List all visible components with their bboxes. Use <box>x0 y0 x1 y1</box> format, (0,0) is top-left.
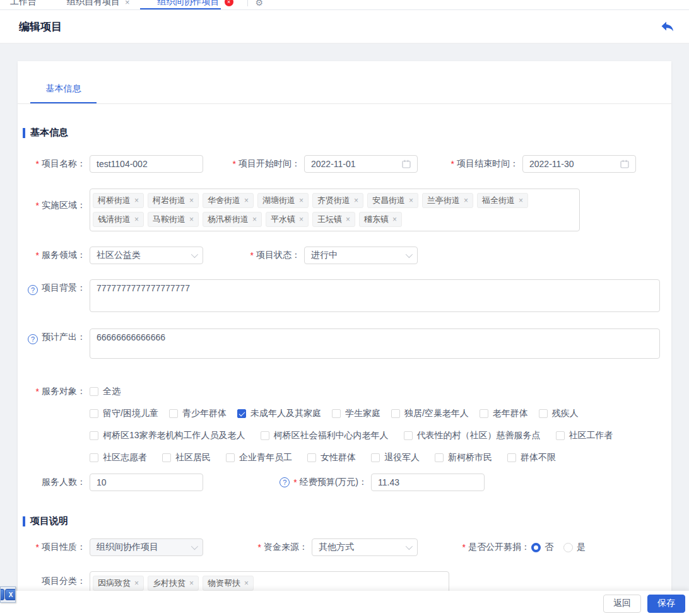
tab-label: 工作台 <box>10 0 37 8</box>
help-icon[interactable]: ? <box>28 334 38 344</box>
checkbox-item[interactable]: 老年群体 <box>480 408 528 419</box>
checkbox-icon[interactable] <box>307 453 316 462</box>
tag-close-icon[interactable]: × <box>189 196 194 205</box>
checkbox-item[interactable]: 群体不限 <box>507 452 556 463</box>
tag-close-icon[interactable]: × <box>346 215 350 224</box>
tag-close-icon[interactable]: × <box>409 196 413 205</box>
tag-close-icon[interactable]: × <box>134 196 139 205</box>
budget-input[interactable] <box>371 474 485 491</box>
required-mark: * <box>462 542 466 552</box>
service-field-select[interactable]: 社区公益类 <box>90 247 203 264</box>
checkbox-icon[interactable] <box>332 409 341 418</box>
save-button[interactable]: 保存 <box>647 595 685 613</box>
required-mark: * <box>36 200 39 211</box>
region-tag: 柯桥街道× <box>93 193 144 208</box>
tag-close-icon[interactable]: × <box>189 215 194 224</box>
checkbox-icon[interactable] <box>90 387 98 396</box>
checkbox-item[interactable]: 独居/空巢老年人 <box>391 408 469 419</box>
radio-option[interactable]: 否 <box>531 542 553 553</box>
tab-own-projects[interactable]: 组织自有项目 × <box>67 0 130 8</box>
radio-icon[interactable] <box>563 543 573 552</box>
tag-close-icon[interactable]: × <box>464 196 468 205</box>
checkbox-icon[interactable] <box>480 409 488 418</box>
checkbox-item[interactable]: 未成年人及其家庭 <box>237 408 321 419</box>
checkbox-icon[interactable] <box>261 431 269 440</box>
project-status-select[interactable]: 进行中 <box>304 247 418 264</box>
funding-source-select[interactable]: 其他方式 <box>312 538 418 556</box>
checkbox-item[interactable]: 退役军人 <box>371 452 420 463</box>
checkbox-item[interactable]: 代表性的村（社区）慈善服务点 <box>404 430 541 441</box>
tag-close-icon[interactable]: × <box>134 215 139 224</box>
checkbox-item[interactable]: 留守/困境儿童 <box>90 408 158 419</box>
radio-option[interactable]: 是 <box>563 542 586 553</box>
checkbox-icon[interactable] <box>556 431 565 440</box>
background-label: ?项目背景： <box>23 279 86 297</box>
category-tag: 因病致贫× <box>93 576 144 591</box>
close-badge-icon[interactable]: × <box>225 0 233 6</box>
back-arrow-icon[interactable] <box>660 20 675 33</box>
checkbox-icon[interactable] <box>90 409 98 418</box>
tag-close-icon[interactable]: × <box>252 215 257 224</box>
checkbox-item[interactable]: 学生家庭 <box>332 408 380 419</box>
checkbox-icon[interactable] <box>507 453 516 462</box>
return-button[interactable]: 返回 <box>603 595 641 613</box>
gear-icon[interactable]: ⚙ <box>256 0 264 8</box>
os-close-button-icon[interactable]: X <box>5 589 16 600</box>
checkbox-icon[interactable] <box>226 453 235 462</box>
required-mark: * <box>293 477 297 487</box>
project-name-input[interactable] <box>90 155 203 173</box>
tag-close-icon[interactable]: × <box>299 215 303 224</box>
checkbox-icon[interactable] <box>435 453 444 462</box>
region-tag: 齐贤街道× <box>312 193 363 208</box>
close-icon[interactable]: × <box>125 0 130 7</box>
checkbox-item[interactable]: 新柯桥市民 <box>435 452 492 463</box>
checkbox-item[interactable]: 残疾人 <box>539 408 579 419</box>
checkbox-item[interactable]: 社区志愿者 <box>90 452 147 463</box>
checkbox-item[interactable]: 柯桥区社会福利中心内老年人 <box>261 430 389 441</box>
checkbox-item[interactable]: 企业青年员工 <box>226 452 292 463</box>
tab-collab-projects[interactable]: 组织间协作项目 × <box>158 0 233 8</box>
expected-output-textarea[interactable]: 66666666666666 <box>90 328 660 359</box>
tag-close-icon[interactable]: × <box>392 215 397 224</box>
end-date-input[interactable] <box>522 155 636 173</box>
checkbox-icon[interactable] <box>391 409 400 418</box>
tag-close-icon[interactable]: × <box>244 579 249 588</box>
checkbox-icon[interactable] <box>237 409 246 418</box>
tag-close-icon[interactable]: × <box>189 579 194 588</box>
checkbox-icon[interactable] <box>90 431 98 440</box>
checkbox-icon[interactable] <box>371 453 380 462</box>
background-textarea[interactable]: 7777777777777777777 <box>90 279 660 312</box>
os-button-icon[interactable] <box>0 589 4 600</box>
checkbox-select-all[interactable]: 全选 <box>90 386 121 397</box>
tag-close-icon[interactable]: × <box>134 579 139 588</box>
page-title: 编辑项目 <box>19 20 62 34</box>
tag-close-icon[interactable]: × <box>244 196 249 205</box>
checkbox-item[interactable]: 社区工作者 <box>556 430 613 441</box>
region-tag-select[interactable]: 柯桥街道× 柯岩街道× 华舍街道× 湖塘街道× 齐贤街道× 安昌街道× 兰亭街道… <box>90 189 580 231</box>
tab-basic-info[interactable]: 基本信息 <box>30 83 97 103</box>
checkbox-icon[interactable] <box>169 409 178 418</box>
checkbox-item[interactable]: 青少年群体 <box>169 408 227 419</box>
help-icon[interactable]: ? <box>280 477 290 487</box>
checkbox-item[interactable]: 女性群体 <box>307 452 356 463</box>
region-tag: 王坛镇× <box>312 212 355 227</box>
region-tag: 福全街道× <box>477 193 528 208</box>
project-nature-select[interactable]: 组织间协作项目 <box>90 538 203 556</box>
checkbox-icon[interactable] <box>539 409 548 418</box>
target-row-1: 留守/困境儿童青少年群体未成年人及其家庭学生家庭独居/空巢老年人老年群体残疾人 <box>90 408 628 419</box>
required-mark: * <box>451 159 454 169</box>
tab-workbench[interactable]: 工作台 <box>10 0 37 8</box>
service-count-input[interactable] <box>90 474 203 491</box>
tag-close-icon[interactable]: × <box>519 196 523 205</box>
help-icon[interactable]: ? <box>28 285 38 295</box>
checkbox-item[interactable]: 社区居民 <box>162 452 211 463</box>
radio-icon[interactable] <box>531 543 541 552</box>
checkbox-item[interactable]: 柯桥区13家养老机构工作人员及老人 <box>90 430 245 441</box>
checkbox-icon[interactable] <box>162 453 171 462</box>
tag-close-icon[interactable]: × <box>354 196 358 205</box>
checkbox-icon[interactable] <box>404 431 413 440</box>
public-fundraising-radio-group: 否是 <box>531 538 596 556</box>
tag-close-icon[interactable]: × <box>299 196 303 205</box>
start-date-input[interactable] <box>304 155 418 173</box>
checkbox-icon[interactable] <box>90 453 98 462</box>
